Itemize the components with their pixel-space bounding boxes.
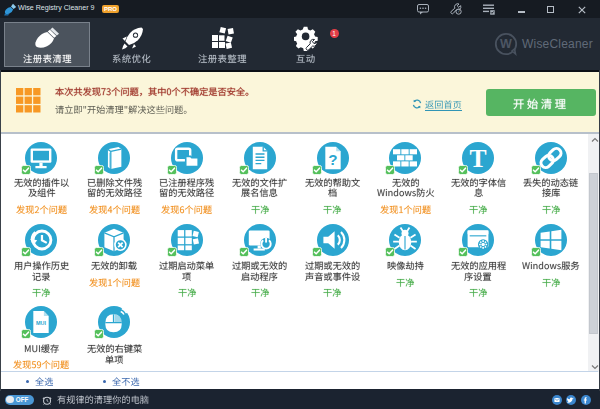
svg-text:?: ? [328,151,337,168]
svg-text:?: ? [457,8,460,14]
svg-text:MUI: MUI [36,320,46,326]
svg-text:T: T [470,145,487,174]
svg-text:W: W [500,37,512,51]
